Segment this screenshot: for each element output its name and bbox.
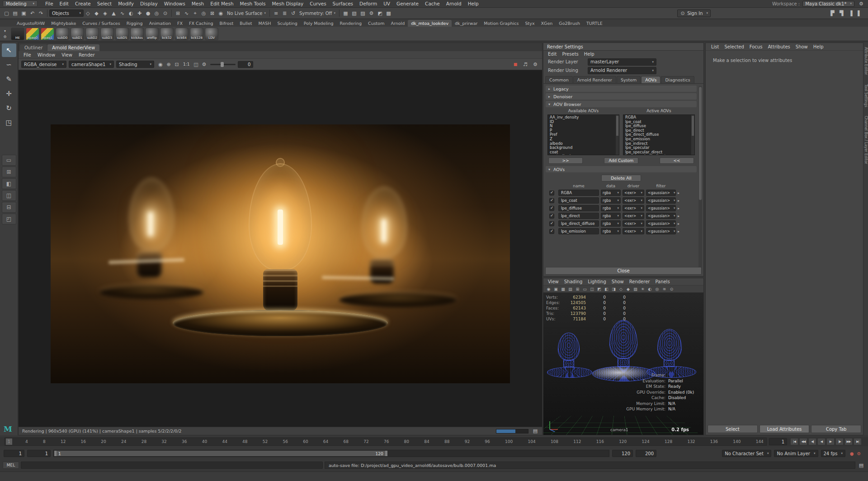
- sidebar-vertical-tab[interactable]: Attribute Editor: [864, 47, 868, 75]
- playback-button[interactable]: ▶|: [854, 438, 862, 445]
- renderview-tool-icon[interactable]: ⚙: [200, 60, 208, 68]
- playback-button[interactable]: ▶▶: [844, 438, 853, 445]
- sidebar-toggle-icon[interactable]: ▛: [828, 9, 837, 18]
- shelf-item[interactable]: LDV: [205, 28, 218, 40]
- sidebar-toggle-icon[interactable]: ▐: [846, 9, 855, 18]
- attribute-editor-menu-item[interactable]: Focus: [747, 44, 765, 49]
- aov-data-dropdown[interactable]: rgba: [601, 190, 621, 196]
- playback-button[interactable]: ▶: [826, 438, 835, 445]
- wireframe-bulb-center[interactable]: [609, 320, 637, 359]
- viewport-toolbar-icon[interactable]: ☀: [639, 286, 646, 292]
- aov-enabled-checkbox[interactable]: [549, 214, 554, 219]
- aov-name-field[interactable]: lpe_diffuse: [558, 205, 599, 211]
- snap-icon[interactable]: ⊠: [208, 9, 217, 18]
- render-icon[interactable]: ⚙: [367, 9, 376, 18]
- history-icon[interactable]: ≣: [280, 9, 289, 18]
- sidebar-toggle-icon[interactable]: ▜: [837, 9, 846, 18]
- aov-filter-dropdown[interactable]: <gaussian>: [646, 228, 676, 234]
- selection-mask-icon[interactable]: ◈: [101, 9, 109, 18]
- menu-item[interactable]: Edit: [57, 1, 72, 6]
- exposure-slider[interactable]: [210, 64, 236, 65]
- shelf-tab[interactable]: Styx: [522, 20, 538, 27]
- sidebar-vertical-tab[interactable]: Tool Settings: [864, 84, 868, 107]
- viewport-toolbar-icon[interactable]: ◐: [646, 286, 653, 292]
- sidebar-vertical-tab[interactable]: Channel Box / Layer Editor: [864, 116, 868, 164]
- viewport-toolbar-icon[interactable]: ◨: [610, 286, 617, 292]
- animation-start-field[interactable]: 1: [4, 450, 24, 457]
- section-aovs[interactable]: AOVs: [546, 166, 697, 172]
- viewport-menu-item[interactable]: Show: [609, 279, 627, 284]
- snap-icon[interactable]: ◉: [217, 9, 225, 18]
- renderview-tool-icon[interactable]: ◫: [192, 60, 200, 68]
- available-aov-item[interactable]: N: [550, 124, 615, 129]
- menu-item[interactable]: Deform: [356, 1, 380, 6]
- render-settings-tab[interactable]: Diagnostics: [661, 76, 694, 83]
- fps-dropdown[interactable]: 24 fps: [821, 450, 846, 457]
- render-icon[interactable]: ▨: [359, 9, 367, 18]
- workspace-gear-icon[interactable]: ⚙: [857, 0, 865, 8]
- history-icon[interactable]: ↺: [289, 9, 297, 18]
- renderview-menu-item[interactable]: File: [20, 52, 34, 57]
- attribute-editor-menu-item[interactable]: Help: [811, 44, 826, 49]
- script-editor-icon[interactable]: ▤: [857, 461, 865, 469]
- render-settings-tab[interactable]: Arnold Renderer: [573, 76, 616, 83]
- aov-row-menu-button[interactable]: [678, 229, 683, 233]
- layout-button[interactable]: ⊟: [2, 202, 16, 213]
- exposure-field[interactable]: 0: [238, 61, 253, 68]
- menu-item[interactable]: Arnold: [443, 1, 465, 6]
- aov-enabled-checkbox[interactable]: [549, 190, 554, 195]
- selection-mask-icon[interactable]: ✚: [135, 9, 144, 18]
- aov-driver-dropdown[interactable]: <exr>: [623, 213, 644, 219]
- delete-all-aovs-button[interactable]: Delete All: [601, 175, 641, 181]
- shelf-tab[interactable]: Rigging: [123, 20, 146, 27]
- viewport-toolbar-icon[interactable]: ⊙: [668, 286, 675, 292]
- tool-button[interactable]: ↻: [2, 101, 16, 115]
- viewport-toolbar-icon[interactable]: ▤: [567, 286, 574, 292]
- shelf-tab[interactable]: XGen: [538, 20, 556, 27]
- aov-enabled-checkbox[interactable]: [549, 229, 554, 234]
- shelf-item[interactable]: bck128: [190, 28, 203, 40]
- remove-aov-button[interactable]: <<: [660, 157, 694, 164]
- aov-data-dropdown[interactable]: rgba: [601, 197, 621, 204]
- shelf-item[interactable]: bck32: [160, 28, 174, 40]
- renderview-control-icon[interactable]: ■: [511, 60, 519, 68]
- render-settings-tab[interactable]: Common: [545, 76, 573, 83]
- aov-row-menu-button[interactable]: [678, 214, 683, 218]
- viewport-toolbar-icon[interactable]: ◫: [589, 286, 595, 292]
- shelf-item[interactable]: subD1: [71, 28, 84, 40]
- render-icon[interactable]: ▦: [341, 9, 350, 18]
- selection-mask-icon[interactable]: ●: [144, 9, 152, 18]
- available-aov-item[interactable]: Pref: [550, 133, 615, 137]
- shelf-item[interactable]: subD3: [100, 28, 114, 40]
- viewport-menu-item[interactable]: Shading: [561, 279, 585, 284]
- viewport-menu-item[interactable]: Panels: [652, 279, 672, 284]
- layout-button[interactable]: ◧: [2, 178, 16, 189]
- display-mode-dropdown[interactable]: Shading: [116, 61, 154, 68]
- viewport-toolbar-icon[interactable]: ≋: [661, 286, 668, 292]
- add-custom-aov-button[interactable]: Add Custom: [604, 157, 638, 164]
- history-icon[interactable]: ≡: [272, 9, 280, 18]
- shelf-item[interactable]: subD2: [85, 28, 99, 40]
- character-set-dropdown[interactable]: No Character Set: [722, 450, 771, 457]
- selection-mode-dropdown[interactable]: Objects: [49, 10, 84, 17]
- shelf-tab[interactable]: dk_prirwar: [452, 20, 481, 27]
- shelf-tab[interactable]: Motion Graphics: [481, 20, 522, 27]
- render-settings-menu-item[interactable]: Presets: [559, 52, 581, 57]
- menu-item[interactable]: File: [42, 1, 57, 6]
- selection-mask-icon[interactable]: ◇: [84, 9, 92, 18]
- playback-option-icon[interactable]: ●: [848, 450, 855, 457]
- menu-item[interactable]: Mesh Tools: [237, 1, 269, 6]
- aov-filter-dropdown[interactable]: <gaussian>: [646, 190, 676, 196]
- viewport-menu-item[interactable]: View: [545, 279, 561, 284]
- aov-driver-dropdown[interactable]: <exr>: [623, 205, 644, 211]
- shelf-tab[interactable]: Animation: [146, 20, 174, 27]
- shelf-tab[interactable]: Sculpting: [274, 20, 300, 27]
- viewport-toolbar-icon[interactable]: ◇: [618, 286, 624, 292]
- shelf-tab[interactable]: FX Caching: [186, 20, 216, 27]
- menu-item[interactable]: Curves: [307, 1, 329, 6]
- attribute-editor-button[interactable]: Copy Tab: [811, 425, 861, 433]
- shelf-tab[interactable]: Go2Brush: [556, 20, 583, 27]
- sign-in-button[interactable]: ⊙ Sign In: [677, 10, 711, 17]
- render-icon[interactable]: ◩: [376, 9, 384, 18]
- tool-button[interactable]: ∽: [2, 58, 16, 71]
